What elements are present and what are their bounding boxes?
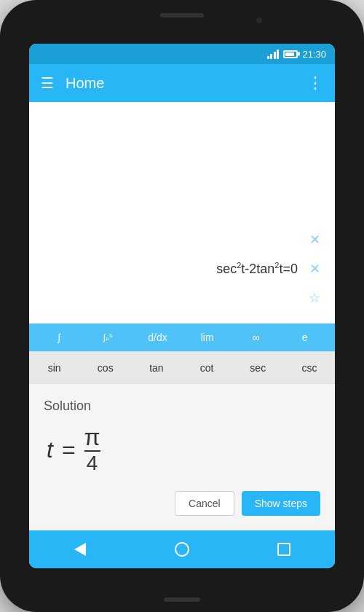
solution-equals: = [62, 436, 76, 463]
status-bar: 21:30 [29, 44, 335, 64]
home-button[interactable] [165, 532, 199, 567]
key-sin[interactable]: sin [40, 358, 69, 378]
app-bar: ☰ Home ⋮ [29, 64, 335, 102]
fraction-numerator: π [84, 425, 100, 449]
expression-area: ✕ sec2t-2tan2t=0 ✕ ☆ [29, 102, 335, 323]
expression-row: sec2t-2tan2t=0 ✕ [41, 254, 323, 284]
expression-row-empty: ✕ [41, 226, 323, 254]
key-csc[interactable]: csc [294, 358, 324, 378]
expression-text: sec2t-2tan2t=0 [170, 261, 307, 277]
toolbar-infinity[interactable]: ∞ [243, 329, 269, 346]
key-tan[interactable]: tan [142, 358, 171, 378]
phone-frame: 21:30 ☰ Home ⋮ ✕ sec2t-2tan2t=0 [0, 0, 364, 612]
star-icon[interactable]: ☆ [306, 287, 323, 309]
phone-camera [256, 17, 262, 23]
key-sec[interactable]: sec [242, 358, 273, 378]
toolbar-integral[interactable]: ∫ [46, 329, 72, 346]
key-cos[interactable]: cos [90, 358, 121, 378]
solution-fraction: π 4 [84, 425, 100, 474]
recents-icon [277, 543, 290, 556]
status-time: 21:30 [302, 49, 326, 60]
solution-panel: Solution t = π 4 Cancel Show steps [29, 383, 335, 530]
phone-home-button [164, 597, 200, 602]
content-area: ✕ sec2t-2tan2t=0 ✕ ☆ ∫ ∫ₐᵇ [29, 102, 335, 530]
cancel-button[interactable]: Cancel [175, 491, 234, 516]
close-empty-icon[interactable]: ✕ [306, 229, 323, 251]
toolbar-euler[interactable]: e [292, 329, 318, 346]
recents-button[interactable] [266, 532, 301, 567]
signal-icon [267, 49, 280, 59]
show-steps-button[interactable]: Show steps [242, 491, 320, 516]
solution-label: Solution [44, 399, 320, 414]
back-button[interactable] [63, 532, 98, 567]
hamburger-icon[interactable]: ☰ [41, 76, 54, 90]
keyboard-trig-row: sin cos tan cot sec csc [29, 351, 335, 383]
home-icon [175, 542, 189, 557]
fraction-denominator: 4 [87, 453, 98, 474]
toolbar-derivative[interactable]: d/dx [143, 329, 171, 346]
back-icon [74, 543, 86, 556]
toolbar-definite-integral[interactable]: ∫ₐᵇ [95, 329, 121, 345]
solution-variable: t [47, 436, 53, 463]
battery-icon [283, 50, 298, 58]
phone-speaker [160, 13, 204, 17]
close-expression-icon[interactable]: ✕ [306, 258, 323, 280]
more-options-icon[interactable]: ⋮ [307, 74, 323, 93]
solution-equation: t = π 4 [44, 425, 320, 474]
key-cot[interactable]: cot [192, 358, 221, 378]
phone-screen: 21:30 ☰ Home ⋮ ✕ sec2t-2tan2t=0 [29, 44, 335, 568]
keyboard-toolbar: ∫ ∫ₐᵇ d/dx lim ∞ e [29, 323, 335, 351]
app-title: Home [66, 75, 296, 92]
toolbar-limit[interactable]: lim [194, 329, 221, 346]
action-buttons: Cancel Show steps [44, 488, 320, 519]
navigation-bar [29, 530, 335, 568]
star-row: ☆ [41, 284, 323, 312]
